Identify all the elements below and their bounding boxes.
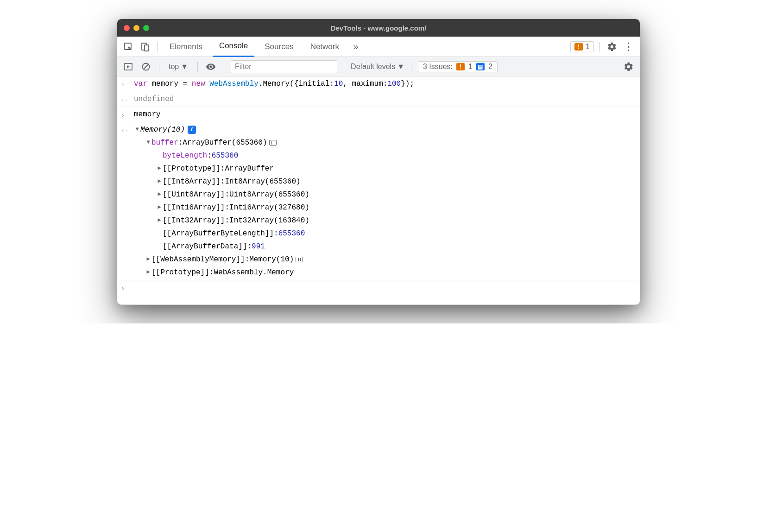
issues-warn-count: 1 <box>468 63 473 71</box>
maximize-window-button[interactable] <box>143 25 149 31</box>
more-tabs-icon[interactable]: » <box>349 40 362 53</box>
disclosure-triangle-right-icon: ▶ <box>145 267 151 277</box>
disclosure-triangle-right-icon: ▶ <box>156 177 163 186</box>
console-result: undefined <box>132 93 636 106</box>
window-titlebar: DevTools - www.google.com/ <box>117 19 640 37</box>
devtools-window: DevTools - www.google.com/ Elements Cons… <box>117 19 640 305</box>
context-selector[interactable]: top ▼ <box>166 63 191 71</box>
tree-row-int32[interactable]: ▶ [[Int32Array]]: Int32Array(163840) <box>134 214 636 227</box>
console-filterbar: top ▼ Default levels ▼ 3 Issues: ! 1 ▤ 2 <box>117 57 640 76</box>
tree-row-abd: [[ArrayBufferData]]: 991 <box>134 240 636 253</box>
prompt-icon: › <box>121 77 132 91</box>
info-icon: ▤ <box>476 63 485 70</box>
window-controls <box>124 25 149 31</box>
tab-network[interactable]: Network <box>304 37 346 57</box>
tree-row-int8[interactable]: ▶ [[Int8Array]]: Int8Array(655360) <box>134 175 636 188</box>
tree-row-prototype2[interactable]: ▶ [[Prototype]]: WebAssembly.Memory <box>134 266 636 279</box>
disclosure-triangle-right-icon: ▶ <box>156 164 163 173</box>
svg-line-5 <box>144 64 148 69</box>
tree-row-uint8[interactable]: ▶ [[Uint8Array]]: Uint8Array(655360) <box>134 188 636 201</box>
issues-info-count: 2 <box>488 63 492 71</box>
divider <box>159 62 159 72</box>
console-prompt[interactable]: › <box>117 280 640 296</box>
issues-label: 3 Issues: <box>423 63 453 71</box>
warnings-count: 1 <box>586 43 590 51</box>
chevron-down-icon: ▼ <box>181 63 188 71</box>
tree-row-int16[interactable]: ▶ [[Int16Array]]: Int16Array(327680) <box>134 201 636 214</box>
tree-row-buffer[interactable]: ▼ buffer: ArrayBuffer(655360) <box>134 136 636 149</box>
console-settings-icon[interactable] <box>622 60 635 73</box>
kebab-menu-icon[interactable]: ⋮ <box>622 40 635 53</box>
console-input-row: › memory <box>117 107 640 122</box>
console-output: › var memory = new WebAssembly.Memory({i… <box>117 76 640 304</box>
output-icon: ‹· <box>121 93 132 106</box>
tree-row-wam[interactable]: ▶ [[WebAssemblyMemory]]: Memory(10) <box>134 253 636 266</box>
console-output-row: ‹· ▼ Memory(10) i ▼ buffer: ArrayBuffer(… <box>117 122 640 280</box>
window-title: DevTools - www.google.com/ <box>331 24 427 32</box>
settings-icon[interactable] <box>606 40 618 53</box>
minimize-window-button[interactable] <box>133 25 139 31</box>
console-output-row: ‹· undefined <box>117 92 640 107</box>
disclosure-triangle-down-icon: ▼ <box>145 138 151 147</box>
divider <box>599 42 600 52</box>
issues-badge[interactable]: 3 Issues: ! 1 ▤ 2 <box>418 61 498 72</box>
chevron-down-icon: ▼ <box>397 63 404 71</box>
prompt-icon: › <box>121 281 132 295</box>
tab-elements[interactable]: Elements <box>163 37 209 57</box>
tree-row-bytelength: byteLength: 655360 <box>134 149 636 162</box>
tab-sources[interactable]: Sources <box>258 37 300 57</box>
divider <box>344 62 344 72</box>
memory-icon[interactable] <box>296 257 303 262</box>
warnings-badge[interactable]: ! 1 <box>570 41 594 52</box>
console-sidebar-toggle-icon[interactable] <box>122 60 135 73</box>
memory-icon[interactable] <box>269 140 277 146</box>
divider <box>157 42 158 52</box>
log-levels-label: Default levels <box>351 63 395 71</box>
info-badge-icon[interactable]: i <box>188 126 196 134</box>
console-code: var memory = new WebAssembly.Memory({ini… <box>132 77 636 90</box>
divider <box>411 62 411 72</box>
disclosure-triangle-right-icon: ▶ <box>156 190 163 199</box>
warning-icon: ! <box>456 63 465 70</box>
console-code: memory <box>132 108 636 121</box>
log-levels-selector[interactable]: Default levels ▼ <box>351 63 404 71</box>
disclosure-triangle-right-icon: ▶ <box>156 203 163 212</box>
divider <box>197 62 198 72</box>
tree-row-abbl: [[ArrayBufferByteLength]]: 655360 <box>134 227 636 240</box>
output-icon: ‹· <box>121 123 132 137</box>
inspect-element-icon[interactable] <box>122 40 135 53</box>
context-label: top <box>169 63 179 71</box>
devtools-tabbar: Elements Console Sources Network » ! 1 ⋮ <box>117 37 640 57</box>
live-expression-icon[interactable] <box>204 60 217 73</box>
disclosure-triangle-right-icon: ▶ <box>156 215 163 225</box>
tree-header[interactable]: ▼ Memory(10) i <box>134 123 636 136</box>
disclosure-triangle-down-icon: ▼ <box>134 125 140 134</box>
close-window-button[interactable] <box>124 25 130 31</box>
svg-rect-2 <box>145 45 149 51</box>
console-input-row: › var memory = new WebAssembly.Memory({i… <box>117 76 640 92</box>
device-toolbar-icon[interactable] <box>139 40 151 53</box>
filter-input[interactable] <box>231 60 337 73</box>
disclosure-triangle-right-icon: ▶ <box>145 254 151 264</box>
tree-row-prototype[interactable]: ▶ [[Prototype]]: ArrayBuffer <box>134 162 636 175</box>
prompt-icon: › <box>121 108 132 121</box>
object-tree: ▼ Memory(10) i ▼ buffer: ArrayBuffer(655… <box>132 123 636 279</box>
clear-console-icon[interactable] <box>139 60 152 73</box>
tab-console[interactable]: Console <box>213 37 254 57</box>
warning-icon: ! <box>574 43 583 51</box>
divider <box>224 62 224 72</box>
